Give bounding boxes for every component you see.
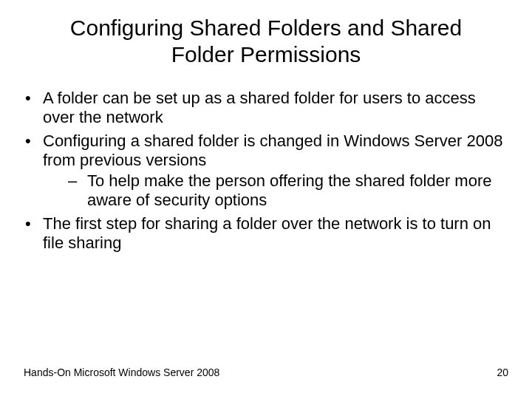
bullet-text: A folder can be set up as a shared folde… — [43, 89, 476, 126]
bullet-item: A folder can be set up as a shared folde… — [22, 89, 510, 127]
bullet-list: A folder can be set up as a shared folde… — [22, 89, 510, 253]
bullet-item: Configuring a shared folder is changed i… — [22, 132, 510, 210]
bullet-text: Configuring a shared folder is changed i… — [43, 132, 502, 169]
sub-bullet-list: To help make the person offering the sha… — [43, 171, 510, 210]
slide: Configuring Shared Folders and Shared Fo… — [0, 0, 532, 399]
slide-title: Configuring Shared Folders and Shared Fo… — [0, 0, 532, 68]
footer-source: Hands-On Microsoft Windows Server 2008 — [24, 366, 219, 378]
bullet-item: The first step for sharing a folder over… — [22, 214, 510, 253]
sub-bullet-item: To help make the person offering the sha… — [68, 171, 510, 210]
slide-body: A folder can be set up as a shared folde… — [0, 68, 532, 253]
bullet-text: The first step for sharing a folder over… — [43, 214, 491, 252]
page-number: 20 — [497, 366, 508, 378]
sub-bullet-text: To help make the person offering the sha… — [87, 171, 491, 209]
